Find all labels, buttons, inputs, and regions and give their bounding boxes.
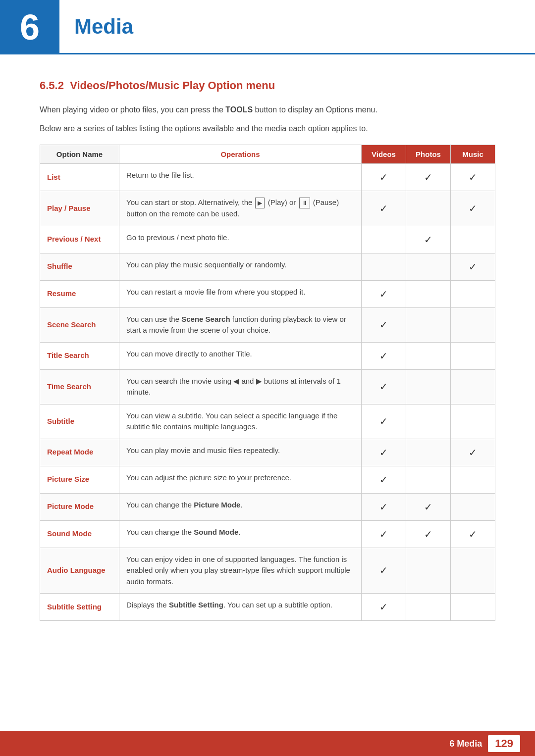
cell-option: Picture Mode bbox=[40, 493, 119, 520]
cell-videos bbox=[362, 253, 406, 280]
cell-description: You can use the Scene Search function du… bbox=[119, 307, 362, 342]
cell-music bbox=[451, 226, 495, 253]
cell-music bbox=[451, 466, 495, 493]
cell-videos: ✓ bbox=[362, 191, 406, 226]
cell-option: Audio Language bbox=[40, 548, 119, 594]
cell-videos: ✓ bbox=[362, 164, 406, 191]
cell-music: ✓ bbox=[451, 439, 495, 466]
table-row: Sound ModeYou can change the Sound Mode.… bbox=[40, 520, 495, 548]
options-table: Option Name Operations Videos Photos Mus… bbox=[40, 145, 495, 621]
cell-option: Scene Search bbox=[40, 307, 119, 342]
cell-description: You can restart a movie file from where … bbox=[119, 280, 362, 307]
cell-videos: ✓ bbox=[362, 342, 406, 369]
cell-option: Repeat Mode bbox=[40, 439, 119, 466]
cell-description: You can play the music sequentially or r… bbox=[119, 253, 362, 280]
cell-photos bbox=[406, 280, 451, 307]
cell-photos bbox=[406, 439, 451, 466]
cell-option: Title Search bbox=[40, 342, 119, 369]
cell-option: Sound Mode bbox=[40, 520, 119, 548]
cell-photos: ✓ bbox=[406, 226, 451, 253]
table-row: Title SearchYou can move directly to ano… bbox=[40, 342, 495, 369]
cell-videos bbox=[362, 226, 406, 253]
cell-description: You can move directly to another Title. bbox=[119, 342, 362, 369]
footer-page: 129 bbox=[488, 735, 520, 752]
cell-description: Go to previous / next photo file. bbox=[119, 226, 362, 253]
cell-description: You can view a subtitle. You can select … bbox=[119, 404, 362, 439]
table-row: SubtitleYou can view a subtitle. You can… bbox=[40, 404, 495, 439]
cell-videos: ✓ bbox=[362, 307, 406, 342]
cell-description: You can change the Picture Mode. bbox=[119, 493, 362, 520]
cell-music bbox=[451, 594, 495, 621]
cell-description: You can enjoy video in one of supported … bbox=[119, 548, 362, 594]
header-music: Music bbox=[451, 145, 495, 164]
cell-photos bbox=[406, 307, 451, 342]
cell-photos bbox=[406, 594, 451, 621]
cell-music bbox=[451, 548, 495, 594]
cell-videos: ✓ bbox=[362, 466, 406, 493]
cell-description: You can change the Sound Mode. bbox=[119, 520, 362, 548]
cell-music bbox=[451, 493, 495, 520]
table-row: Time SearchYou can search the movie usin… bbox=[40, 369, 495, 404]
chapter-number-block: 6 bbox=[0, 0, 59, 54]
cell-option: Picture Size bbox=[40, 466, 119, 493]
cell-music bbox=[451, 280, 495, 307]
header-option: Option Name bbox=[40, 145, 119, 164]
cell-photos bbox=[406, 466, 451, 493]
cell-photos bbox=[406, 548, 451, 594]
cell-option: Previous / Next bbox=[40, 226, 119, 253]
header-operations: Operations bbox=[119, 145, 362, 164]
cell-description: You can search the movie using ◀ and ▶ b… bbox=[119, 369, 362, 404]
cell-photos bbox=[406, 404, 451, 439]
cell-music: ✓ bbox=[451, 520, 495, 548]
cell-description: Displays the Subtitle Setting. You can s… bbox=[119, 594, 362, 621]
cell-videos: ✓ bbox=[362, 280, 406, 307]
table-row: ResumeYou can restart a movie file from … bbox=[40, 280, 495, 307]
table-row: Subtitle SettingDisplays the Subtitle Se… bbox=[40, 594, 495, 621]
main-content: 6.5.2 Videos/Photos/Music Play Option me… bbox=[0, 54, 535, 660]
cell-music: ✓ bbox=[451, 164, 495, 191]
table-row: Picture ModeYou can change the Picture M… bbox=[40, 493, 495, 520]
section-heading: 6.5.2 Videos/Photos/Music Play Option me… bbox=[40, 79, 495, 92]
cell-music bbox=[451, 369, 495, 404]
cell-option: List bbox=[40, 164, 119, 191]
cell-photos bbox=[406, 253, 451, 280]
cell-description: You can start or stop. Alternatively, th… bbox=[119, 191, 362, 226]
cell-photos: ✓ bbox=[406, 520, 451, 548]
cell-videos: ✓ bbox=[362, 548, 406, 594]
cell-videos: ✓ bbox=[362, 493, 406, 520]
chapter-number: 6 bbox=[20, 9, 40, 45]
cell-option: Subtitle bbox=[40, 404, 119, 439]
cell-option: Play / Pause bbox=[40, 191, 119, 226]
intro-text-1: When playing video or photo files, you c… bbox=[40, 104, 495, 116]
cell-videos: ✓ bbox=[362, 369, 406, 404]
table-row: ShuffleYou can play the music sequential… bbox=[40, 253, 495, 280]
cell-option: Resume bbox=[40, 280, 119, 307]
cell-videos: ✓ bbox=[362, 404, 406, 439]
play-icon: ▶ bbox=[255, 198, 265, 208]
cell-option: Subtitle Setting bbox=[40, 594, 119, 621]
cell-description: You can adjust the picture size to your … bbox=[119, 466, 362, 493]
chapter-title: Media bbox=[74, 15, 133, 39]
table-row: Audio LanguageYou can enjoy video in one… bbox=[40, 548, 495, 594]
cell-option: Shuffle bbox=[40, 253, 119, 280]
cell-photos bbox=[406, 369, 451, 404]
page-footer: 6 Media 129 bbox=[0, 731, 535, 756]
cell-music: ✓ bbox=[451, 191, 495, 226]
chapter-header: 6 Media bbox=[0, 0, 535, 54]
cell-photos: ✓ bbox=[406, 493, 451, 520]
table-row: Scene SearchYou can use the Scene Search… bbox=[40, 307, 495, 342]
table-row: Repeat ModeYou can play movie and music … bbox=[40, 439, 495, 466]
intro-text-2: Below are a series of tables listing the… bbox=[40, 123, 495, 135]
cell-videos: ✓ bbox=[362, 439, 406, 466]
table-row: Picture SizeYou can adjust the picture s… bbox=[40, 466, 495, 493]
header-videos: Videos bbox=[362, 145, 406, 164]
cell-music bbox=[451, 342, 495, 369]
cell-photos bbox=[406, 191, 451, 226]
cell-videos: ✓ bbox=[362, 594, 406, 621]
cell-photos bbox=[406, 342, 451, 369]
pause-icon: ⏸ bbox=[299, 198, 310, 208]
cell-music bbox=[451, 307, 495, 342]
cell-music: ✓ bbox=[451, 253, 495, 280]
cell-videos: ✓ bbox=[362, 520, 406, 548]
table-row: Play / PauseYou can start or stop. Alter… bbox=[40, 191, 495, 226]
